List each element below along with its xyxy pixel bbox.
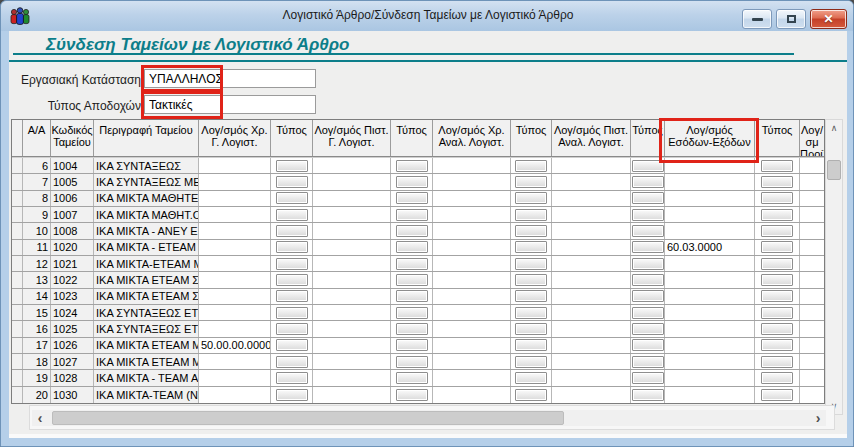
type-picker-button[interactable]	[632, 192, 664, 204]
minimize-button[interactable]	[742, 9, 772, 29]
type-picker-button[interactable]	[515, 339, 547, 351]
type-picker-button[interactable]	[396, 339, 428, 351]
type-picker-button[interactable]	[396, 176, 428, 188]
type-picker-button[interactable]	[761, 209, 793, 221]
type-picker-button[interactable]	[515, 209, 547, 221]
type-picker-button[interactable]	[632, 389, 664, 401]
type-picker-button[interactable]	[632, 307, 664, 319]
type-picker-button[interactable]	[632, 258, 664, 270]
type-picker-button[interactable]	[276, 356, 308, 368]
horizontal-scrollbar-thumb[interactable]	[52, 411, 564, 425]
type-picker-button[interactable]	[632, 372, 664, 384]
type-picker-button[interactable]	[632, 339, 664, 351]
type-picker-button[interactable]	[761, 290, 793, 302]
type-picker-button[interactable]	[276, 176, 308, 188]
type-picker-button[interactable]	[632, 323, 664, 335]
type-picker-button[interactable]	[276, 290, 308, 302]
type-picker-button[interactable]	[396, 241, 428, 253]
type-picker-button[interactable]	[515, 225, 547, 237]
type-picker-button[interactable]	[396, 356, 428, 368]
type-picker-button[interactable]	[761, 274, 793, 286]
table-row[interactable]: 171026ΙΚΑ ΜΙΚΤΑ ΕΤΕΑΜ ΜΑΘ50.00.00.0000	[12, 338, 824, 354]
table-row[interactable]: 131022ΙΚΑ ΜΙΚΤΑ ΕΤΕΑΜ ΣΥΓ	[12, 272, 824, 288]
type-picker-button[interactable]	[761, 372, 793, 384]
type-picker-button[interactable]	[396, 323, 428, 335]
type-picker-button[interactable]	[632, 356, 664, 368]
type-picker-button[interactable]	[515, 176, 547, 188]
type-picker-button[interactable]	[276, 225, 308, 237]
type-picker-button[interactable]	[396, 209, 428, 221]
type-picker-button[interactable]	[396, 372, 428, 384]
table-row[interactable]: 71005ΙΚΑ ΣΥΝΤΑΞΕΩΣ ΜΕ Ε	[12, 174, 824, 190]
type-picker-button[interactable]	[761, 323, 793, 335]
table-row[interactable]: 141023ΙΚΑ ΜΙΚΤΑ ΕΤΕΑΜ ΣΥΓ	[12, 289, 824, 305]
type-picker-button[interactable]	[761, 160, 793, 172]
type-picker-button[interactable]	[632, 176, 664, 188]
type-picker-button[interactable]	[761, 225, 793, 237]
type-picker-button[interactable]	[515, 389, 547, 401]
type-picker-button[interactable]	[276, 192, 308, 204]
type-picker-button[interactable]	[396, 274, 428, 286]
titlebar[interactable]: Λογιστικό Άρθρο/Σύνδεση Ταμείων με Λογισ…	[1, 1, 854, 31]
type-picker-button[interactable]	[515, 274, 547, 286]
vertical-scrollbar[interactable]: ∧ ∨	[825, 119, 843, 415]
type-picker-button[interactable]	[276, 389, 308, 401]
type-picker-button[interactable]	[632, 209, 664, 221]
type-picker-button[interactable]	[276, 274, 308, 286]
type-picker-button[interactable]	[515, 356, 547, 368]
type-picker-button[interactable]	[276, 307, 308, 319]
type-picker-button[interactable]	[515, 290, 547, 302]
table-row[interactable]: 121021ΙΚΑ ΜΙΚΤΑ-ΕΤΕΑΜ ΜΕ	[12, 256, 824, 272]
scroll-left-button[interactable]: ‹	[32, 410, 48, 426]
type-picker-button[interactable]	[276, 241, 308, 253]
type-picker-button[interactable]	[515, 241, 547, 253]
type-picker-button[interactable]	[761, 356, 793, 368]
type-picker-button[interactable]	[761, 176, 793, 188]
table-row[interactable]: 151024ΙΚΑ ΣΥΝΤΑΞΕΩΣ ΕΤΕΑ	[12, 305, 824, 321]
scroll-right-button[interactable]: ›	[810, 410, 826, 426]
type-picker-button[interactable]	[276, 160, 308, 172]
vertical-scrollbar-thumb[interactable]	[827, 160, 841, 180]
type-picker-button[interactable]	[276, 323, 308, 335]
table-row[interactable]: 101008ΙΚΑ ΜΙΚΤΑ - ΑΝΕΥ ΕΠΙΔ	[12, 223, 824, 239]
type-picker-button[interactable]	[396, 225, 428, 237]
earnings-type-input[interactable]	[144, 95, 316, 114]
table-row[interactable]: 61004ΙΚΑ ΣΥΝΤΑΞΕΩΣ	[12, 158, 824, 174]
type-picker-button[interactable]	[396, 290, 428, 302]
type-picker-button[interactable]	[515, 323, 547, 335]
type-picker-button[interactable]	[761, 192, 793, 204]
type-picker-button[interactable]	[515, 192, 547, 204]
type-picker-button[interactable]	[396, 307, 428, 319]
type-picker-button[interactable]	[632, 241, 664, 253]
type-picker-button[interactable]	[761, 258, 793, 270]
type-picker-button[interactable]	[515, 307, 547, 319]
horizontal-scrollbar[interactable]: ‹ ›	[32, 410, 826, 426]
table-row[interactable]: 181027ΙΚΑ ΜΙΚΤΑ ΕΤΕΑΜ ΜΑΘ	[12, 354, 824, 370]
type-picker-button[interactable]	[761, 307, 793, 319]
table-row[interactable]: 191028ΙΚΑ ΜΙΚΤΑ - ΤΕΑΜ ΑΝΕ	[12, 370, 824, 386]
scroll-up-button[interactable]: ∧	[826, 120, 842, 136]
type-picker-button[interactable]	[515, 160, 547, 172]
type-picker-button[interactable]	[761, 389, 793, 401]
type-picker-button[interactable]	[396, 389, 428, 401]
type-picker-button[interactable]	[761, 339, 793, 351]
maximize-button[interactable]	[776, 9, 806, 29]
type-picker-button[interactable]	[515, 258, 547, 270]
table-row[interactable]: 161025ΙΚΑ ΣΥΝΤΑΞΕΩΣ ΕΤΕΑ	[12, 321, 824, 337]
type-picker-button[interactable]	[396, 160, 428, 172]
type-picker-button[interactable]	[396, 258, 428, 270]
type-picker-button[interactable]	[276, 339, 308, 351]
close-button[interactable]: ✕	[810, 9, 847, 29]
type-picker-button[interactable]	[276, 372, 308, 384]
type-picker-button[interactable]	[632, 290, 664, 302]
type-picker-button[interactable]	[515, 372, 547, 384]
type-picker-button[interactable]	[276, 209, 308, 221]
type-picker-button[interactable]	[396, 192, 428, 204]
type-picker-button[interactable]	[761, 241, 793, 253]
type-picker-button[interactable]	[276, 258, 308, 270]
table-row[interactable]: 91007ΙΚΑ ΜΙΚΤΑ ΜΑΘΗΤ.ΟΑΕΔ	[12, 207, 824, 223]
type-picker-button[interactable]	[632, 225, 664, 237]
work-status-input[interactable]	[144, 69, 316, 88]
type-picker-button[interactable]	[632, 274, 664, 286]
table-row[interactable]: 81006ΙΚΑ ΜΙΚΤΑ ΜΑΘΗΤΕΙΑΣ	[12, 191, 824, 207]
